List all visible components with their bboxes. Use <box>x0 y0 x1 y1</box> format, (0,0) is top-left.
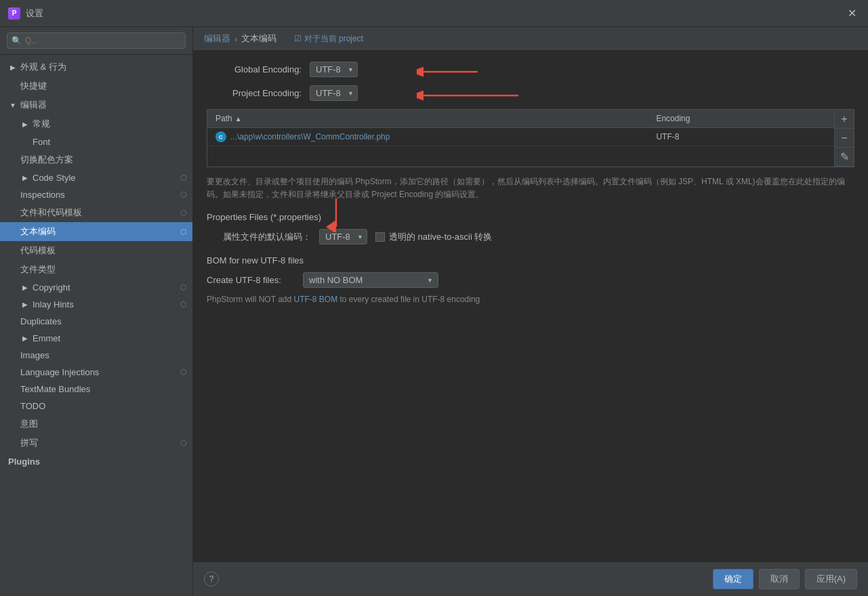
bom-select-wrapper: with NO BOM <box>303 272 438 288</box>
cancel-button[interactable]: 取消 <box>759 569 800 589</box>
global-encoding-select[interactable]: UTF-8 <box>310 62 358 77</box>
phpstorm-note: PhpStorm will NOT add UTF-8 BOM to every… <box>207 295 854 304</box>
path-column-header: Path ▲ <box>207 110 648 127</box>
arrow-annotation-properties <box>326 198 346 232</box>
transparent-checkbox[interactable] <box>375 232 385 242</box>
sidebar-item-general[interactable]: ▶ 常规 <box>0 114 192 133</box>
sidebar-item-intentions[interactable]: 意图 <box>0 414 192 433</box>
encoding-table-container: Path ▲ Encoding C ...\app\w\controllers\… <box>207 109 854 167</box>
sidebar-item-inspections[interactable]: Inspections ⬡ <box>0 186 192 203</box>
bom-section: BOM for new UTF-8 files Create UTF-8 fil… <box>207 255 854 304</box>
help-button[interactable]: ? <box>204 572 219 587</box>
sidebar-item-images[interactable]: Images <box>0 347 192 364</box>
sidebar-item-duplicates[interactable]: Duplicates <box>0 313 192 330</box>
expand-arrow-icon: ▼ <box>8 100 18 110</box>
sidebar-item-copyright[interactable]: ▶ Copyright ⬡ <box>0 279 192 296</box>
sidebar-item-todo[interactable]: TODO <box>0 398 192 414</box>
copy-icon: ⬡ <box>180 209 187 217</box>
title-bar: P 设置 ✕ <box>0 0 868 27</box>
breadcrumb-parent[interactable]: 编辑器 <box>204 33 230 45</box>
project-encoding-select-wrapper: UTF-8 <box>310 85 358 101</box>
expand-arrow-icon: ▶ <box>20 334 30 343</box>
sort-icon: ▲ <box>235 115 242 123</box>
info-text-section: 要更改文件、目录或整个项目使用的编码 PhpStorm，添加它的路径（如需要），… <box>207 175 854 201</box>
copy-icon: ⬡ <box>180 173 187 182</box>
expand-arrow-icon: ▶ <box>20 119 30 129</box>
global-encoding-row: Global Encoding: UTF-8 <box>207 62 854 77</box>
sidebar-item-emmet[interactable]: ▶ Emmet <box>0 330 192 347</box>
transparent-label: 透明的 native-to-ascii 转换 <box>389 231 492 243</box>
global-encoding-label: Global Encoding: <box>207 64 302 74</box>
nav-tree: ▶ 外观 & 行为 快捷键 ▼ 编辑器 ▶ 常规 <box>0 55 192 596</box>
breadcrumb-current: 文本编码 <box>241 33 276 45</box>
copy-icon: ⬡ <box>180 439 187 448</box>
properties-section: Properties Files (*.properties) 属性文件的默认编… <box>207 212 854 244</box>
expand-arrow-icon: ▶ <box>20 173 30 183</box>
content-area: 编辑器 › 文本编码 ☑ 对于当前 project Global Encodin… <box>193 27 868 596</box>
table-header: Path ▲ Encoding <box>207 110 834 128</box>
breadcrumb-separator: › <box>234 34 237 44</box>
sidebar: 🔍 ▶ 外观 & 行为 快捷键 ▼ 编辑器 <box>0 27 193 596</box>
encoding-table: Path ▲ Encoding C ...\app\w\controllers\… <box>207 110 834 167</box>
sidebar-item-text-encoding[interactable]: 文本编码 ⬡ <box>0 222 192 241</box>
sidebar-item-language-injections[interactable]: Language Injections ⬡ <box>0 364 192 381</box>
properties-title: Properties Files (*.properties) <box>207 212 854 222</box>
encoding-cell: UTF-8 <box>648 128 834 146</box>
project-link[interactable]: ☑ 对于当前 project <box>294 33 363 45</box>
copy-icon: ⬡ <box>180 368 187 377</box>
main-content: 🔍 ▶ 外观 & 行为 快捷键 ▼ 编辑器 <box>0 27 868 596</box>
info-text: 要更改文件、目录或整个项目使用的编码 PhpStorm，添加它的路径（如需要），… <box>207 175 854 201</box>
add-row-button[interactable]: + <box>835 110 854 129</box>
default-encoding-label: 属性文件的默认编码： <box>223 231 311 243</box>
expand-arrow-icon: ▶ <box>8 62 18 72</box>
app-icon: P <box>8 7 20 20</box>
remove-row-button[interactable]: − <box>835 129 854 148</box>
project-encoding-row: Project Encoding: UTF-8 <box>207 85 854 101</box>
arrow-annotation-global <box>417 62 484 82</box>
arrow-annotation-project <box>417 85 525 106</box>
global-encoding-select-wrapper: UTF-8 <box>310 62 358 77</box>
sidebar-item-color-scheme[interactable]: 切换配色方案 <box>0 150 192 169</box>
sidebar-item-file-types[interactable]: 文件类型 <box>0 260 192 279</box>
sidebar-item-shortcuts[interactable]: 快捷键 <box>0 77 192 95</box>
copy-icon: ⬡ <box>180 300 187 309</box>
sidebar-item-appearance[interactable]: ▶ 外观 & 行为 <box>0 58 192 77</box>
close-button[interactable]: ✕ <box>844 5 860 22</box>
bom-title: BOM for new UTF-8 files <box>207 255 854 265</box>
copy-icon: ⬡ <box>180 190 187 199</box>
bom-create-label: Create UTF-8 files: <box>207 275 295 285</box>
search-box: 🔍 <box>0 27 192 55</box>
plugins-section-label: Plugins <box>0 452 192 469</box>
sidebar-item-code-style[interactable]: ▶ Code Style ⬡ <box>0 169 192 186</box>
breadcrumb-bar: 编辑器 › 文本编码 ☑ 对于当前 project <box>193 27 868 51</box>
project-encoding-label: Project Encoding: <box>207 88 302 98</box>
sidebar-item-editor[interactable]: ▼ 编辑器 <box>0 95 192 114</box>
confirm-button[interactable]: 确定 <box>713 569 753 589</box>
bom-row: Create UTF-8 files: with NO BOM <box>207 272 854 288</box>
file-icon: C <box>215 131 226 142</box>
encoding-column-header: Encoding <box>648 110 834 127</box>
properties-row: 属性文件的默认编码： UTF-8 <box>207 229 854 244</box>
table-row[interactable]: C ...\app\w\controllers\W_CommController… <box>207 128 834 146</box>
sidebar-item-textmate-bundles[interactable]: TextMate Bundles <box>0 381 192 398</box>
edit-row-button[interactable]: ✎ <box>835 148 854 167</box>
table-side-buttons: + − ✎ <box>834 110 854 167</box>
sidebar-item-spellcheck[interactable]: 拼写 ⬡ <box>0 433 192 452</box>
bom-select[interactable]: with NO BOM <box>303 272 438 288</box>
sidebar-item-live-templates[interactable]: 代码模板 <box>0 241 192 260</box>
expand-arrow-icon: ▶ <box>20 300 30 310</box>
expand-arrow-icon: ▶ <box>20 283 30 293</box>
sidebar-item-inlay-hints[interactable]: ▶ Inlay Hints ⬡ <box>0 296 192 313</box>
project-encoding-select[interactable]: UTF-8 <box>310 85 358 101</box>
search-wrapper: 🔍 <box>7 33 186 49</box>
bom-highlight: UTF-8 BOM <box>294 295 338 304</box>
settings-window: P 设置 ✕ 🔍 ▶ 外观 & 行为 快捷键 <box>0 0 868 596</box>
footer-left: ? <box>204 572 707 587</box>
apply-button[interactable]: 应用(A) <box>805 569 857 589</box>
footer: ? 确定 取消 应用(A) <box>193 561 868 596</box>
search-input[interactable] <box>7 33 186 49</box>
sidebar-item-file-templates[interactable]: 文件和代码模板 ⬡ <box>0 203 192 222</box>
search-icon: 🔍 <box>12 36 22 45</box>
sidebar-item-font[interactable]: Font <box>0 133 192 150</box>
copy-icon: ⬡ <box>180 228 187 236</box>
